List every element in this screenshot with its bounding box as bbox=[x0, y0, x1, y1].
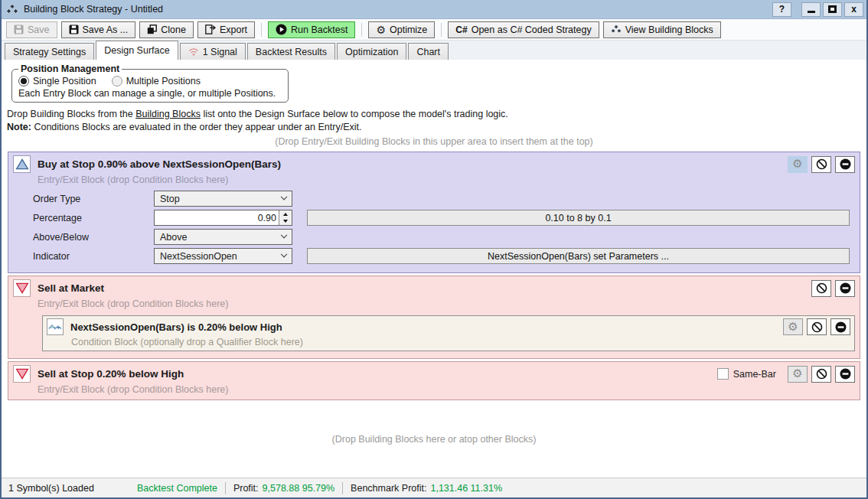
tab-chart[interactable]: Chart bbox=[408, 43, 449, 60]
tab-label: Optimization bbox=[345, 47, 398, 57]
sell-market-disable-button[interactable] bbox=[811, 280, 831, 297]
status-divider bbox=[225, 482, 226, 494]
indicator-value: NextSessionOpen bbox=[160, 251, 237, 262]
open-as-csharp-button[interactable]: C# Open as C# Coded Strategy bbox=[448, 21, 599, 38]
tab-optimization[interactable]: Optimization bbox=[337, 43, 406, 60]
run-backtest-button[interactable]: Run Backtest bbox=[268, 21, 355, 38]
sell-stop-exit-block[interactable]: Sell at Stop 0.20% below High Same-Bar ⚙… bbox=[8, 361, 860, 400]
order-type-dropdown[interactable]: Stop bbox=[154, 191, 292, 207]
sell-triangle-down-icon bbox=[13, 279, 31, 297]
above-below-dropdown[interactable]: Above bbox=[154, 229, 292, 245]
benchmark-profit-status: Benchmark Profit: 1,131.46 11.31% bbox=[351, 483, 502, 494]
minus-circle-icon bbox=[840, 282, 851, 294]
condition-wrapper: NextSessionOpen(Bars) is 0.20% below Hig… bbox=[42, 315, 855, 351]
tab-design-surface[interactable]: Design Surface bbox=[96, 41, 178, 60]
upper-drop-hint: (Drop Entry/Exit Building Blocks in this… bbox=[2, 136, 866, 147]
bottom-drop-area[interactable]: (Drop Building Blocks here or atop other… bbox=[2, 400, 866, 478]
sell-stop-disable-button[interactable] bbox=[811, 366, 831, 383]
radio-unselected-icon bbox=[112, 76, 122, 86]
help-button[interactable]: ? bbox=[772, 2, 791, 17]
save-button[interactable]: Save bbox=[6, 21, 57, 38]
optimize-gears-icon: ⚙ bbox=[376, 24, 386, 35]
buy-settings-button[interactable]: ⚙ bbox=[788, 156, 808, 173]
benchmark-profit-label: Benchmark Profit: bbox=[351, 483, 426, 494]
export-button[interactable]: Export bbox=[197, 21, 255, 38]
sell-triangle-down-icon bbox=[13, 365, 31, 383]
note-label: Note: bbox=[7, 122, 31, 132]
condition-remove-button[interactable] bbox=[830, 318, 850, 335]
note-text: Conditions Blocks are evaluated in the o… bbox=[31, 122, 362, 132]
sell-market-exit-block[interactable]: Sell at Market Entry/Exit Block (drop Co… bbox=[8, 276, 860, 359]
stepper-up[interactable] bbox=[279, 210, 292, 218]
position-management-options: Single Position Multiple Positions bbox=[18, 76, 282, 86]
bottom-drop-hint: (Drop Building Blocks here or atop other… bbox=[332, 434, 537, 445]
percentage-input[interactable]: 0.90 bbox=[154, 210, 292, 226]
buy-entry-block[interactable]: Buy at Stop 0.90% above NextSessionOpen(… bbox=[8, 152, 860, 273]
export-label: Export bbox=[220, 24, 247, 35]
percentage-stepper[interactable] bbox=[279, 210, 292, 225]
position-management-title: Position Management bbox=[18, 64, 122, 74]
titlebar: Building Block Strategy - Untitled ? x bbox=[2, 0, 866, 19]
symbols-loaded-status: 1 Symbol(s) Loaded bbox=[8, 483, 137, 494]
stepper-down[interactable] bbox=[279, 218, 292, 226]
maximize-button[interactable] bbox=[823, 2, 842, 17]
view-building-blocks-button[interactable]: View Building Blocks bbox=[603, 21, 721, 38]
same-bar-option[interactable]: Same-Bar bbox=[717, 368, 776, 380]
indicator-dropdown[interactable]: NextSessionOpen bbox=[154, 248, 292, 264]
minimize-button[interactable] bbox=[801, 2, 821, 17]
above-below-label: Above/Below bbox=[33, 232, 154, 243]
minimize-icon bbox=[808, 11, 815, 13]
condition-settings-button[interactable]: ⚙ bbox=[783, 318, 803, 335]
sell-stop-settings-button[interactable]: ⚙ bbox=[788, 366, 808, 383]
tab-label: Chart bbox=[416, 47, 440, 57]
profit-label: Profit: bbox=[233, 483, 259, 494]
toolbar-separator bbox=[261, 23, 262, 37]
backtest-status: Backtest Complete bbox=[137, 483, 217, 494]
buy-triangle-up-icon bbox=[13, 155, 31, 173]
same-bar-label: Same-Bar bbox=[733, 369, 776, 380]
run-backtest-label: Run Backtest bbox=[291, 24, 348, 35]
condition-block[interactable]: NextSessionOpen(Bars) is 0.20% below Hig… bbox=[42, 315, 855, 351]
tab-backtest-results[interactable]: Backtest Results bbox=[247, 43, 335, 60]
order-type-value: Stop bbox=[160, 194, 180, 204]
percentage-range-button[interactable]: 0.10 to 8 by 0.1 bbox=[307, 210, 850, 226]
indicator-label: Indicator bbox=[33, 251, 154, 262]
multiple-positions-radio[interactable]: Multiple Positions bbox=[112, 76, 201, 86]
drop-instruction: Drop Building Blocks from the Building B… bbox=[7, 109, 866, 119]
sell-stop-subtitle: Entry/Exit Block (drop Condition Blocks … bbox=[38, 383, 860, 396]
signal-wifi-icon bbox=[188, 47, 199, 56]
condition-header: NextSessionOpen(Bars) is 0.20% below Hig… bbox=[43, 316, 854, 335]
buy-remove-button[interactable] bbox=[835, 156, 855, 173]
drop-instruction-post: list onto the Design Surface below to co… bbox=[201, 109, 508, 119]
above-below-value: Above bbox=[160, 232, 187, 243]
buy-disable-button[interactable] bbox=[811, 156, 831, 173]
gear-icon: ⚙ bbox=[792, 368, 802, 380]
toolbar-separator bbox=[361, 23, 362, 37]
tab-signal[interactable]: 1 Signal bbox=[180, 43, 246, 60]
csharp-icon: C# bbox=[455, 24, 467, 35]
same-bar-checkbox[interactable] bbox=[717, 368, 729, 380]
clone-button[interactable]: Clone bbox=[139, 21, 194, 38]
view-building-blocks-label: View Building Blocks bbox=[625, 24, 713, 35]
down-arrow-icon bbox=[283, 220, 288, 223]
tab-strategy-settings[interactable]: Strategy Settings bbox=[5, 43, 94, 60]
condition-title: NextSessionOpen(Bars) is 0.20% below Hig… bbox=[70, 321, 776, 333]
up-arrow-icon bbox=[283, 213, 288, 216]
optimize-button[interactable]: ⚙ Optimize bbox=[368, 21, 435, 38]
sell-market-remove-button[interactable] bbox=[835, 280, 855, 297]
save-as-button[interactable]: Save As ... bbox=[61, 21, 136, 38]
save-label: Save bbox=[28, 24, 50, 35]
sell-stop-remove-button[interactable] bbox=[835, 366, 855, 383]
condition-disable-button[interactable] bbox=[807, 318, 827, 335]
buy-block-title: Buy at Stop 0.90% above NextSessionOpen(… bbox=[38, 158, 781, 170]
sell-market-subtitle: Entry/Exit Block (drop Condition Blocks … bbox=[38, 297, 860, 310]
building-blocks-link[interactable]: Building Blocks bbox=[135, 109, 201, 119]
save-icon bbox=[14, 24, 24, 34]
status-bar: 1 Symbol(s) Loaded Backtest Complete Pro… bbox=[2, 478, 866, 497]
save-as-icon bbox=[69, 24, 79, 34]
app-window: Building Block Strategy - Untitled ? x S… bbox=[0, 0, 868, 499]
indicator-set-parameters-button[interactable]: NextSessionOpen(Bars) set Parameters ... bbox=[307, 248, 850, 264]
single-position-radio[interactable]: Single Position bbox=[18, 76, 96, 86]
minus-circle-icon bbox=[840, 368, 851, 380]
close-button[interactable]: x bbox=[844, 2, 863, 17]
